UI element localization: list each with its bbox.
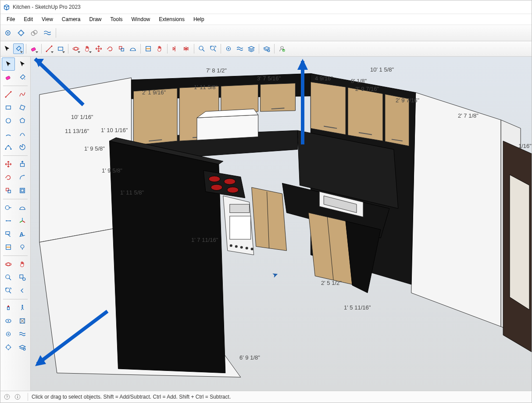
scale-icon[interactable]: [2, 184, 15, 197]
zoom-extents-icon[interactable]: [208, 43, 218, 54]
svg-point-35: [5, 148, 7, 150]
gear-blue-icon[interactable]: [223, 43, 234, 54]
svg-text:?: ?: [6, 395, 8, 399]
section-plane-icon[interactable]: [143, 43, 154, 54]
svg-point-115: [246, 247, 248, 249]
layers-gear-icon[interactable]: [261, 43, 272, 54]
svg-point-112: [230, 245, 232, 247]
menu-view[interactable]: View: [37, 15, 57, 24]
stack-spheres-icon[interactable]: [28, 27, 40, 39]
arc3pt-icon[interactable]: [2, 140, 15, 154]
menu-window[interactable]: Window: [127, 15, 155, 24]
layers-gear-icon[interactable]: [16, 341, 29, 354]
viewport-3d[interactable]: 10' 1 5/8"7' 8 1/2"8' 1/8"4 9/16"3' 7 5/…: [31, 57, 532, 391]
menu-extensions[interactable]: Extensions: [154, 15, 189, 24]
select-arrow-icon[interactable]: [2, 58, 15, 71]
select-arrow-icon[interactable]: [2, 43, 12, 54]
rotated-rect-icon[interactable]: [16, 101, 29, 114]
layers-waves-icon[interactable]: [16, 327, 29, 341]
tape-icon[interactable]: [2, 201, 15, 214]
layers-waves-icon[interactable]: [41, 27, 54, 39]
rectangle-icon[interactable]: [55, 43, 66, 54]
line-icon[interactable]: [2, 88, 15, 101]
pan-icon[interactable]: [16, 258, 29, 271]
menu-draw[interactable]: Draw: [85, 15, 106, 24]
app-window: Kitchen - SketchUp Pro 2023 File Edit Vi…: [0, 0, 532, 403]
layers-stack-icon[interactable]: [246, 43, 257, 54]
menu-edit[interactable]: Edit: [19, 15, 37, 24]
pie-icon[interactable]: [16, 140, 29, 154]
svg-point-37: [11, 148, 12, 150]
polygon-icon[interactable]: [16, 114, 29, 127]
gear-blue2-icon[interactable]: [2, 341, 15, 354]
svg-line-63: [9, 291, 11, 294]
followme-icon[interactable]: [16, 171, 29, 184]
line-icon[interactable]: [44, 43, 54, 54]
arc2pt-icon[interactable]: [16, 127, 29, 140]
freehand-icon[interactable]: [16, 88, 29, 101]
layers-waves-icon[interactable]: [235, 43, 245, 54]
svg-point-36: [8, 145, 9, 147]
xray-icon[interactable]: [16, 314, 29, 327]
rotate-red-icon[interactable]: [105, 43, 115, 54]
zoom-icon[interactable]: [2, 271, 15, 284]
eraser-icon[interactable]: [29, 43, 39, 54]
paint-bucket-icon[interactable]: [16, 71, 29, 84]
svg-point-67: [8, 320, 9, 322]
toolbar-main: [0, 41, 532, 57]
scale-red-icon[interactable]: [116, 43, 127, 54]
menu-file[interactable]: File: [2, 15, 19, 24]
toolbox: A: [0, 57, 31, 391]
prev-view-icon[interactable]: [16, 284, 29, 297]
orbit-icon[interactable]: [2, 258, 15, 271]
section-icon[interactable]: [2, 241, 15, 254]
svg-rect-64: [7, 307, 10, 310]
dimension-icon[interactable]: [2, 214, 15, 227]
zoom-window-icon[interactable]: [16, 271, 29, 284]
orbit-red-icon[interactable]: [71, 43, 81, 54]
menu-help[interactable]: Help: [189, 15, 209, 24]
text-icon[interactable]: [2, 227, 15, 241]
rectangle-icon[interactable]: [2, 101, 15, 114]
paint-bucket-icon[interactable]: [13, 43, 24, 54]
window-title: Kitchen - SketchUp Pro 2023: [13, 4, 81, 10]
menu-tools[interactable]: Tools: [106, 15, 127, 24]
gear-blue-icon[interactable]: [2, 27, 14, 39]
zoom-extents-icon[interactable]: [2, 284, 15, 297]
title-bar: Kitchen - SketchUp Pro 2023: [0, 0, 532, 14]
position-camera-icon[interactable]: [2, 301, 15, 314]
kitchen-model-svg: [31, 57, 532, 391]
eraser-icon[interactable]: [2, 71, 15, 84]
hand-pan-icon[interactable]: [154, 43, 165, 54]
move-red-icon[interactable]: [93, 43, 104, 54]
protractor-icon[interactable]: [16, 201, 29, 214]
zoom-icon[interactable]: [196, 43, 207, 54]
text3d-icon[interactable]: A: [16, 227, 29, 241]
pushpull-icon[interactable]: [16, 158, 29, 171]
lasso-select-icon[interactable]: [16, 58, 29, 71]
axes-icon[interactable]: [16, 214, 29, 227]
flip-along-icon[interactable]: [170, 43, 180, 54]
svg-point-114: [240, 246, 243, 248]
protractor-icon[interactable]: [128, 43, 138, 54]
toolbar-separator: [26, 44, 26, 54]
look-around-icon[interactable]: [2, 314, 15, 327]
rotate-icon[interactable]: [2, 171, 15, 184]
pan-red-icon[interactable]: [82, 43, 93, 54]
walk-icon[interactable]: [16, 301, 29, 314]
arc-icon[interactable]: [2, 127, 15, 140]
offset-icon[interactable]: [16, 184, 29, 197]
info-icon[interactable]: [14, 393, 21, 401]
addlocation-icon[interactable]: [16, 241, 29, 254]
circle-icon[interactable]: [2, 114, 15, 127]
toolbar-separator: [41, 44, 42, 54]
gear-blue2-icon[interactable]: [15, 27, 27, 39]
svg-point-3: [7, 32, 8, 33]
menu-camera[interactable]: Camera: [57, 15, 85, 24]
gear-blue-icon[interactable]: [2, 327, 15, 341]
move-icon[interactable]: [2, 158, 15, 171]
user-signedin-icon[interactable]: [277, 43, 287, 54]
svg-marker-117: [252, 187, 287, 251]
flip-copy-icon[interactable]: [181, 43, 192, 54]
help-icon[interactable]: ?: [3, 393, 11, 401]
